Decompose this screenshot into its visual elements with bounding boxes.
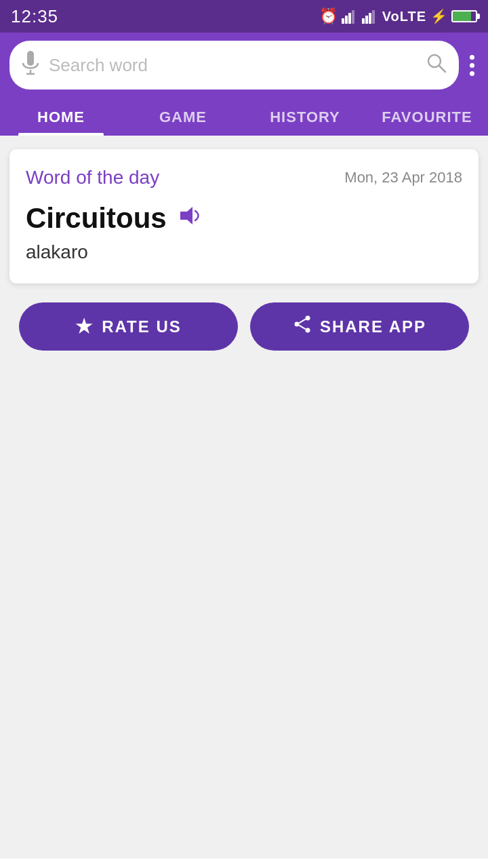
tab-history[interactable]: HISTORY (244, 98, 366, 136)
signal-icon-1 (342, 9, 358, 24)
action-buttons: ★ RATE US SHARE APP (9, 302, 479, 364)
tab-favourite[interactable]: FAVOURITE (366, 98, 488, 136)
svg-marker-13 (180, 207, 192, 224)
white-area (0, 859, 488, 868)
alarm-icon: ⏰ (319, 7, 338, 25)
svg-rect-5 (365, 16, 368, 24)
status-bar: 12:35 ⏰ VoLTE ⚡ (0, 0, 488, 33)
search-placeholder: Search word (49, 55, 417, 76)
svg-rect-7 (372, 10, 375, 24)
tab-home[interactable]: HOME (0, 98, 122, 136)
speaker-icon[interactable] (178, 204, 201, 233)
svg-line-18 (299, 326, 306, 330)
svg-rect-1 (345, 16, 348, 24)
svg-rect-8 (27, 51, 34, 66)
svg-line-17 (299, 319, 306, 323)
word-of-day-card: Word of the day Mon, 23 Apr 2018 Circuit… (9, 149, 479, 283)
battery-icon (451, 10, 477, 22)
svg-point-14 (305, 316, 310, 321)
status-time: 12:35 (11, 6, 58, 27)
svg-rect-0 (342, 18, 344, 24)
word-translation: alakaro (26, 241, 462, 263)
word-of-day-label: Word of the day (26, 167, 159, 189)
status-icons: ⏰ VoLTE ⚡ (319, 7, 477, 25)
word-title-row: Circuitous (26, 202, 462, 235)
word-date: Mon, 23 Apr 2018 (344, 169, 462, 186)
rate-us-button[interactable]: ★ RATE US (19, 302, 238, 351)
svg-point-15 (294, 322, 299, 327)
svg-line-12 (439, 66, 445, 72)
svg-rect-3 (352, 10, 354, 24)
main-content: Word of the day Mon, 23 Apr 2018 Circuit… (0, 136, 488, 859)
svg-rect-2 (348, 13, 351, 24)
share-icon (293, 315, 312, 338)
svg-point-16 (305, 328, 310, 333)
tab-game[interactable]: GAME (122, 98, 244, 136)
star-icon: ★ (75, 315, 94, 338)
word-title: Circuitous (26, 202, 167, 235)
share-app-label: SHARE APP (320, 317, 426, 336)
volte-label: VoLTE (382, 9, 426, 24)
signal-icon-2 (362, 9, 378, 24)
header: Search word (0, 33, 488, 98)
nav-tabs: HOME GAME HISTORY FAVOURITE (0, 98, 488, 136)
search-icon[interactable] (426, 53, 447, 78)
charging-icon: ⚡ (430, 8, 447, 24)
microphone-icon[interactable] (22, 51, 39, 80)
search-bar[interactable]: Search word (9, 41, 459, 90)
share-app-button[interactable]: SHARE APP (250, 302, 469, 351)
word-card-header: Word of the day Mon, 23 Apr 2018 (26, 167, 462, 189)
more-options-button[interactable] (466, 51, 479, 80)
svg-rect-4 (362, 18, 365, 24)
svg-rect-6 (369, 13, 371, 24)
rate-us-label: RATE US (102, 317, 182, 336)
